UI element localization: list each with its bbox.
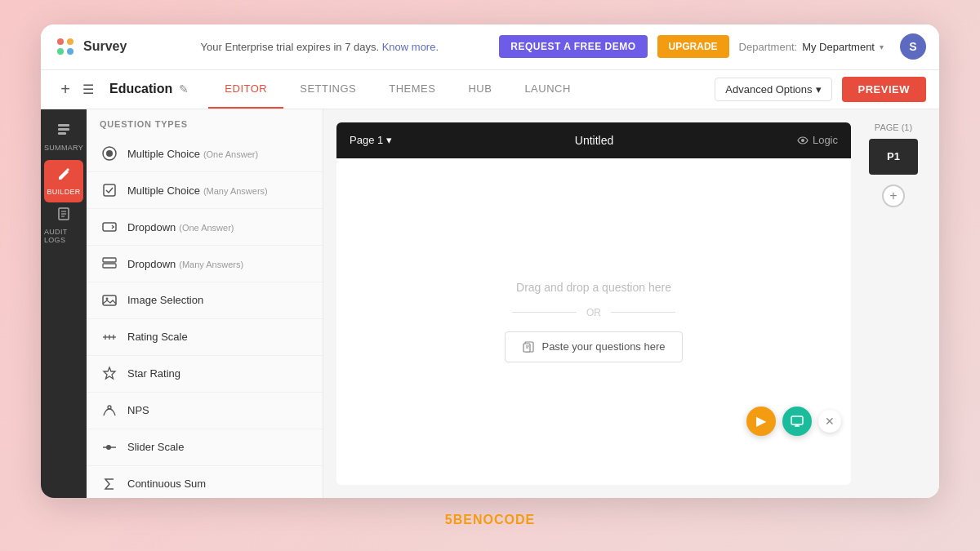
svg-rect-6 bbox=[58, 132, 66, 135]
sidebar-item-builder[interactable]: BUILDER bbox=[44, 160, 83, 202]
qt-label: Image Selection bbox=[127, 294, 203, 306]
nps-icon bbox=[100, 401, 119, 420]
summary-icon bbox=[56, 122, 71, 141]
question-type-mc-many[interactable]: Multiple Choice(Many Answers) bbox=[87, 172, 323, 209]
request-demo-button[interactable]: REQUEST A FREE DEMO bbox=[499, 35, 647, 58]
dropdown-icon bbox=[100, 217, 119, 237]
department-selector[interactable]: Department: My Department ▾ bbox=[739, 41, 884, 53]
svg-rect-13 bbox=[104, 184, 115, 196]
left-sidebar: SUMMARY BUILDER bbox=[41, 109, 87, 498]
tab-settings[interactable]: SETTINGS bbox=[283, 69, 372, 109]
svg-rect-17 bbox=[103, 264, 116, 268]
builder-icon bbox=[56, 167, 71, 185]
preview-button[interactable]: PREVIEW bbox=[842, 77, 926, 102]
or-divider: OR bbox=[512, 307, 675, 318]
checkbox-icon bbox=[100, 180, 119, 200]
monitor-button[interactable] bbox=[782, 407, 812, 436]
avatar[interactable]: S bbox=[900, 33, 926, 60]
trial-link[interactable]: Know more. bbox=[382, 41, 439, 53]
dropdown-multi-icon bbox=[100, 254, 119, 273]
secondbar: + ☰ Education ✎ EDITOR SETTINGS THEMES H… bbox=[41, 70, 939, 109]
sidebar-item-label: AUDIT LOGS bbox=[44, 228, 83, 244]
image-icon bbox=[100, 291, 119, 310]
svg-point-1 bbox=[67, 38, 74, 45]
chevron-down-icon: ▾ bbox=[816, 83, 822, 96]
menu-button[interactable]: ☰ bbox=[77, 78, 100, 100]
survey-title: Education bbox=[109, 82, 172, 96]
page-header: Page 1 ▾ Untitled Logic bbox=[336, 122, 851, 158]
upgrade-button[interactable]: UPGRADE bbox=[657, 35, 729, 58]
brand-prefix: 5 bbox=[445, 513, 453, 527]
tab-editor[interactable]: EDITOR bbox=[208, 69, 283, 109]
svg-rect-16 bbox=[103, 258, 116, 262]
svg-point-30 bbox=[801, 139, 804, 142]
tab-hub[interactable]: HUB bbox=[452, 69, 508, 109]
svg-rect-5 bbox=[58, 128, 69, 131]
page-tab-button[interactable]: Page 1 ▾ bbox=[350, 134, 392, 146]
qt-label: Multiple Choice(One Answer) bbox=[127, 146, 258, 161]
tabs: EDITOR SETTINGS THEMES HUB LAUNCH bbox=[208, 69, 715, 109]
qt-label: Continuous Sum bbox=[127, 478, 206, 490]
svg-point-2 bbox=[57, 48, 64, 55]
page-indicator-label: PAGE (1) bbox=[875, 122, 912, 132]
topbar: Survey Your Enterprise trial expires in … bbox=[41, 24, 939, 70]
survey-title-area: Education ✎ bbox=[109, 82, 189, 96]
close-float-button[interactable]: ✕ bbox=[818, 410, 841, 433]
qt-label: Slider Scale bbox=[127, 441, 184, 453]
sidebar-item-label: BUILDER bbox=[47, 188, 80, 196]
paste-questions-button[interactable]: Paste your questions here bbox=[505, 331, 682, 362]
radio-icon bbox=[100, 144, 119, 163]
question-type-mc-one[interactable]: Multiple Choice(One Answer) bbox=[87, 136, 323, 172]
question-type-dropdown-many[interactable]: Dropdown(Many Answers) bbox=[87, 246, 323, 282]
svg-rect-18 bbox=[103, 295, 116, 305]
logic-button[interactable]: Logic bbox=[796, 134, 838, 147]
qt-label: Star Rating bbox=[127, 367, 180, 380]
svg-point-12 bbox=[106, 150, 113, 157]
question-type-star-rating[interactable]: Star Rating bbox=[87, 356, 323, 393]
audit-logs-icon bbox=[56, 207, 71, 225]
sidebar-item-summary[interactable]: SUMMARY bbox=[44, 116, 83, 158]
editor-area: Page 1 ▾ Untitled Logic Drag and drop a … bbox=[323, 109, 939, 498]
content-area: SUMMARY BUILDER bbox=[41, 109, 939, 498]
slider-icon bbox=[100, 438, 119, 457]
question-type-image-selection[interactable]: Image Selection bbox=[87, 282, 323, 319]
qt-label: Multiple Choice(Many Answers) bbox=[127, 183, 268, 198]
question-type-rating-scale[interactable]: Rating Scale bbox=[87, 319, 323, 356]
trial-notice: Your Enterprise trial expires in 7 days.… bbox=[149, 41, 489, 53]
add-button[interactable]: + bbox=[54, 78, 77, 100]
qt-label: Dropdown(One Answer) bbox=[127, 220, 234, 234]
add-page-button[interactable]: + bbox=[882, 184, 905, 207]
svg-rect-33 bbox=[791, 416, 803, 424]
logo-icon bbox=[54, 35, 77, 58]
question-type-dropdown-one[interactable]: Dropdown(One Answer) bbox=[87, 209, 323, 246]
sidebar-item-label: SUMMARY bbox=[44, 144, 83, 152]
rating-icon bbox=[100, 327, 119, 347]
pages-panel: PAGE (1) P1 + bbox=[861, 122, 926, 485]
page-title: Untitled bbox=[392, 134, 796, 147]
play-button[interactable]: ▶ bbox=[746, 407, 776, 436]
sidebar-item-audit-logs[interactable]: AUDIT LOGS bbox=[44, 204, 83, 247]
qt-label: Dropdown(Many Answers) bbox=[127, 256, 243, 271]
question-types-panel: QUESTION TYPES Multiple Choice(One Answe… bbox=[87, 109, 323, 498]
tab-themes[interactable]: THEMES bbox=[372, 69, 452, 109]
question-type-nps[interactable]: NPS bbox=[87, 393, 323, 429]
drag-drop-text: Drag and drop a question here bbox=[516, 281, 671, 294]
question-type-continuous-sum[interactable]: Continuous Sum bbox=[87, 466, 323, 498]
qt-label: NPS bbox=[127, 404, 149, 416]
svg-point-19 bbox=[106, 297, 109, 300]
question-types-header: QUESTION TYPES bbox=[87, 109, 323, 136]
floating-buttons: ▶ ✕ bbox=[746, 407, 841, 436]
svg-point-24 bbox=[108, 406, 111, 409]
sum-icon bbox=[100, 474, 119, 494]
chevron-down-icon: ▾ bbox=[386, 134, 392, 146]
page-drop-area: Drag and drop a question here OR Paste y… bbox=[336, 158, 851, 485]
star-icon bbox=[100, 364, 119, 384]
advanced-options-button[interactable]: Advanced Options ▾ bbox=[715, 78, 831, 101]
logo-text: Survey bbox=[83, 39, 127, 54]
qt-label: Rating Scale bbox=[127, 331, 188, 343]
page-thumbnail[interactable]: P1 bbox=[869, 139, 918, 175]
tab-launch[interactable]: LAUNCH bbox=[508, 69, 586, 109]
question-type-slider-scale[interactable]: Slider Scale bbox=[87, 429, 323, 466]
footer-brand: 5BENOCODE bbox=[445, 513, 535, 527]
edit-icon[interactable]: ✎ bbox=[179, 82, 189, 96]
